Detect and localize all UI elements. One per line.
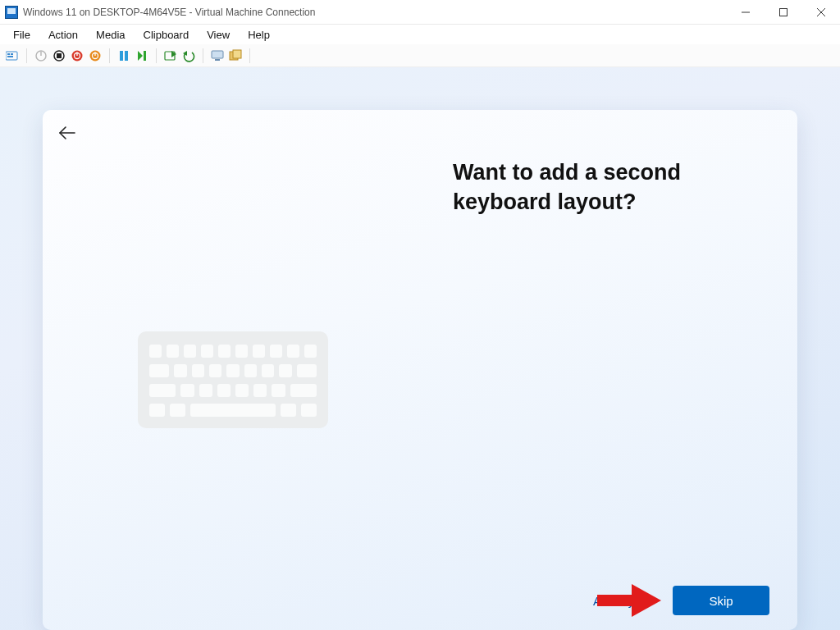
toolbar [0, 44, 840, 67]
maximize-icon [779, 8, 788, 16]
back-button[interactable] [57, 123, 77, 143]
menu-help[interactable]: Help [240, 27, 278, 43]
checkpoint-icon [164, 49, 177, 62]
menu-media[interactable]: Media [88, 27, 133, 43]
svg-rect-26 [215, 59, 220, 61]
svg-rect-28 [233, 50, 241, 58]
svg-rect-25 [212, 51, 223, 58]
save-icon [89, 49, 102, 62]
svg-rect-19 [125, 51, 128, 61]
svg-rect-5 [7, 53, 10, 55]
footer-actions: Add layout Skip [593, 586, 769, 615]
ctrl-alt-del-button[interactable] [5, 48, 20, 63]
oobe-heading: Want to add a second keyboard layout? [453, 158, 748, 217]
svg-rect-21 [144, 51, 146, 61]
reset-icon [136, 50, 148, 62]
enhanced-session-icon [211, 50, 224, 62]
skip-button[interactable]: Skip [673, 586, 769, 615]
pause-button[interactable] [116, 48, 131, 63]
share-button[interactable] [228, 48, 243, 63]
app-icon [5, 6, 18, 19]
maximize-button[interactable] [765, 0, 802, 25]
svg-marker-20 [138, 51, 143, 61]
menubar: File Action Media Clipboard View Help [0, 25, 840, 44]
svg-rect-1 [780, 8, 788, 16]
minimize-icon [742, 8, 750, 16]
window-title: Windows 11 on DESKTOP-4M64V5E - Virtual … [23, 7, 315, 18]
keyboard-illustration [138, 331, 328, 428]
ctrl-alt-del-icon [6, 50, 19, 62]
close-button[interactable] [802, 0, 840, 25]
revert-button[interactable] [181, 48, 196, 63]
turn-off-icon [52, 49, 66, 62]
svg-rect-6 [11, 53, 13, 55]
save-button[interactable] [88, 48, 103, 63]
menu-clipboard[interactable]: Clipboard [135, 27, 198, 43]
enhanced-session-button[interactable] [210, 48, 225, 63]
oobe-card: Want to add a second keyboard layout? Ad… [43, 110, 797, 630]
close-icon [817, 8, 825, 16]
shutdown-button[interactable] [70, 48, 84, 63]
reset-button[interactable] [135, 48, 149, 63]
start-icon [34, 49, 48, 62]
svg-rect-7 [7, 56, 13, 57]
menu-file[interactable]: File [5, 27, 39, 43]
menu-action[interactable]: Action [40, 27, 86, 43]
pause-icon [118, 50, 130, 62]
turn-off-button[interactable] [52, 48, 66, 63]
window-titlebar: Windows 11 on DESKTOP-4M64V5E - Virtual … [0, 0, 840, 25]
shutdown-icon [71, 49, 84, 62]
vm-viewport: Want to add a second keyboard layout? Ad… [0, 67, 840, 630]
svg-rect-11 [57, 53, 62, 58]
share-icon [229, 49, 242, 62]
revert-icon [182, 49, 195, 62]
back-arrow-icon [58, 126, 76, 140]
checkpoint-button[interactable] [163, 48, 178, 63]
add-layout-button[interactable]: Add layout [593, 594, 651, 608]
minimize-button[interactable] [727, 0, 765, 25]
svg-rect-18 [120, 51, 123, 61]
menu-view[interactable]: View [199, 27, 238, 43]
start-button-disabled [34, 48, 48, 63]
